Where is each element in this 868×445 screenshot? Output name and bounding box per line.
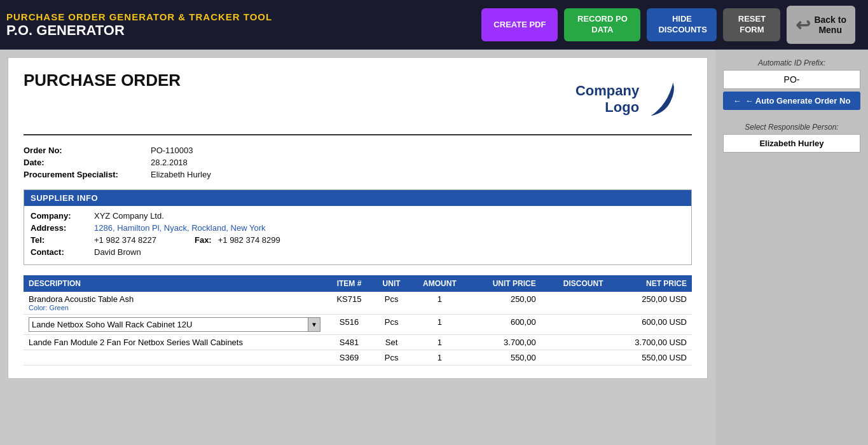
table-row: Lande Netbox Soho Wall Rack Cabinet 12U▼…: [24, 315, 692, 335]
supplier-tel-fax-row: Tel: +1 982 374 8227 Fax: +1 982 374 829…: [31, 235, 685, 245]
cell-unit-price: 550,00: [469, 350, 541, 366]
auto-id-label: Automatic ID Prefix:: [723, 58, 860, 67]
top-bar: PURCHASE ORDER GENERATOR & TRACKER TOOL …: [0, 0, 868, 50]
cell-amount: 1: [410, 350, 469, 366]
col-discount: DISCOUNT: [541, 275, 609, 292]
cell-unit-price: 250,00: [469, 292, 541, 315]
specialist-value: Elizabeth Hurley: [151, 170, 211, 179]
cell-unit: Set: [373, 335, 410, 350]
supplier-tel-label: Tel:: [31, 235, 94, 245]
cell-discount: [541, 315, 609, 335]
po-header: PURCHASE ORDER Company Logo: [24, 71, 692, 135]
order-no-row: Order No: PO-110003: [24, 146, 692, 155]
dropdown-arrow-icon[interactable]: ▼: [308, 317, 320, 332]
back-to-menu-button[interactable]: ↩ Back toMenu: [787, 6, 855, 44]
cell-unit: Pcs: [373, 350, 410, 366]
col-unit: UNIT: [373, 275, 410, 292]
po-info: Order No: PO-110003 Date: 28.2.2018 Proc…: [24, 146, 692, 179]
logo-logo-text: Logo: [605, 99, 639, 115]
supplier-fax-value: +1 982 374 8299: [218, 235, 280, 245]
cell-item-no: S481: [326, 335, 373, 350]
auto-generate-button[interactable]: ← ← Auto Generate Order No: [723, 92, 860, 110]
supplier-fax-label: Fax:: [195, 235, 212, 245]
supplier-company-value: XYZ Company Ltd.: [94, 211, 164, 221]
cell-discount: [541, 292, 609, 315]
item-sub-text: Color: Green: [29, 304, 320, 312]
cell-unit-price: 600,00: [469, 315, 541, 335]
table-row: Brandora Acoustic Table AshColor: GreenK…: [24, 292, 692, 315]
supplier-section: SUPPLIER INFO Company: XYZ Company Ltd. …: [24, 189, 692, 265]
cell-description: Brandora Acoustic Table AshColor: Green: [24, 292, 326, 315]
cell-amount: 1: [410, 335, 469, 350]
logo-swoosh-icon: [643, 77, 681, 121]
dropdown-cell[interactable]: Lande Netbox Soho Wall Rack Cabinet 12U▼: [29, 317, 320, 332]
responsible-section: Select Responsible Person: Elizabeth Hur…: [723, 123, 860, 153]
date-label: Date:: [24, 158, 151, 167]
date-value: 28.2.2018: [151, 158, 188, 167]
back-arrow-icon: ↩: [796, 15, 810, 36]
col-item-no: ITEM #: [326, 275, 373, 292]
main-layout: PURCHASE ORDER Company Logo: [0, 50, 868, 445]
supplier-address-label: Address:: [31, 223, 94, 233]
supplier-company-label: Company:: [31, 211, 94, 221]
logo-company-text: Company: [575, 83, 639, 99]
col-unit-price: UNIT PRICE: [469, 275, 541, 292]
supplier-header: SUPPLIER INFO: [24, 190, 691, 206]
po-box: PURCHASE ORDER Company Logo: [8, 57, 708, 379]
specialist-label: Procurement Specialist:: [24, 170, 151, 179]
auto-id-input[interactable]: [723, 70, 860, 89]
cell-discount: [541, 335, 609, 350]
supplier-contact-row: Contact: David Brown: [31, 247, 685, 257]
auto-generate-icon: ←: [733, 96, 741, 106]
create-pdf-button[interactable]: CREATE PDF: [481, 8, 558, 41]
cell-unit-price: 3.700,00: [469, 335, 541, 350]
po-title: PURCHASE ORDER: [24, 71, 181, 90]
supplier-contact-value: David Brown: [94, 247, 141, 257]
cell-item-no: KS715: [326, 292, 373, 315]
cell-description: [24, 350, 326, 366]
table-row: S369Pcs1550,00550,00 USD: [24, 350, 692, 366]
supplier-address-row: Address: 1286, Hamilton Pl, Nyack, Rockl…: [31, 223, 685, 233]
cell-unit: Pcs: [373, 315, 410, 335]
table-row: Lande Fan Module 2 Fan For Netbox Series…: [24, 335, 692, 350]
cell-net-price: 3.700,00 USD: [609, 335, 692, 350]
cell-item-no: S369: [326, 350, 373, 366]
supplier-tel-value: +1 982 374 8227: [94, 235, 156, 245]
date-row: Date: 28.2.2018: [24, 158, 692, 167]
hide-discounts-button[interactable]: HIDEDISCOUNTS: [647, 8, 717, 41]
supplier-contact-label: Contact:: [31, 247, 94, 257]
items-tbody: Brandora Acoustic Table AshColor: GreenK…: [24, 292, 692, 366]
left-content: PURCHASE ORDER Company Logo: [0, 50, 715, 445]
cell-unit: Pcs: [373, 292, 410, 315]
cell-net-price: 600,00 USD: [609, 315, 692, 335]
supplier-body: Company: XYZ Company Ltd. Address: 1286,…: [24, 206, 691, 264]
cell-amount: 1: [410, 315, 469, 335]
app-title-top: PURCHASE ORDER GENERATOR & TRACKER TOOL: [6, 11, 272, 22]
company-logo: Company Logo: [565, 71, 692, 128]
top-buttons: CREATE PDF RECORD PODATA HIDEDISCOUNTS R…: [481, 6, 855, 44]
cell-description: Lande Fan Module 2 Fan For Netbox Series…: [24, 335, 326, 350]
specialist-row: Procurement Specialist: Elizabeth Hurley: [24, 170, 692, 179]
back-to-menu-label: Back toMenu: [814, 15, 846, 35]
col-amount: AMOUNT: [410, 275, 469, 292]
cell-description: Lande Netbox Soho Wall Rack Cabinet 12U▼: [24, 315, 326, 335]
app-title-bottom: P.O. GENERATOR: [6, 22, 272, 39]
cell-item-no: S516: [326, 315, 373, 335]
auto-id-section: Automatic ID Prefix: ← ← Auto Generate O…: [723, 58, 860, 110]
cell-net-price: 250,00 USD: [609, 292, 692, 315]
right-panel: Automatic ID Prefix: ← ← Auto Generate O…: [715, 50, 868, 445]
items-table-container: DESCRIPTION ITEM # UNIT AMOUNT UNIT PRIC…: [24, 275, 692, 366]
responsible-label: Select Responsible Person:: [723, 123, 860, 132]
supplier-address-value: 1286, Hamilton Pl, Nyack, Rockland, New …: [94, 223, 266, 233]
auto-generate-label: ← Auto Generate Order No: [745, 96, 851, 106]
cell-amount: 1: [410, 292, 469, 315]
dropdown-input[interactable]: Lande Netbox Soho Wall Rack Cabinet 12U: [29, 317, 320, 332]
cell-discount: [541, 350, 609, 366]
items-table: DESCRIPTION ITEM # UNIT AMOUNT UNIT PRIC…: [24, 275, 692, 366]
order-no-value: PO-110003: [151, 146, 193, 155]
col-description: DESCRIPTION: [24, 275, 326, 292]
responsible-select[interactable]: Elizabeth Hurley: [723, 134, 860, 153]
record-po-button[interactable]: RECORD PODATA: [564, 8, 640, 41]
reset-form-button[interactable]: RESETFORM: [723, 8, 780, 41]
supplier-company-row: Company: XYZ Company Ltd.: [31, 211, 685, 221]
